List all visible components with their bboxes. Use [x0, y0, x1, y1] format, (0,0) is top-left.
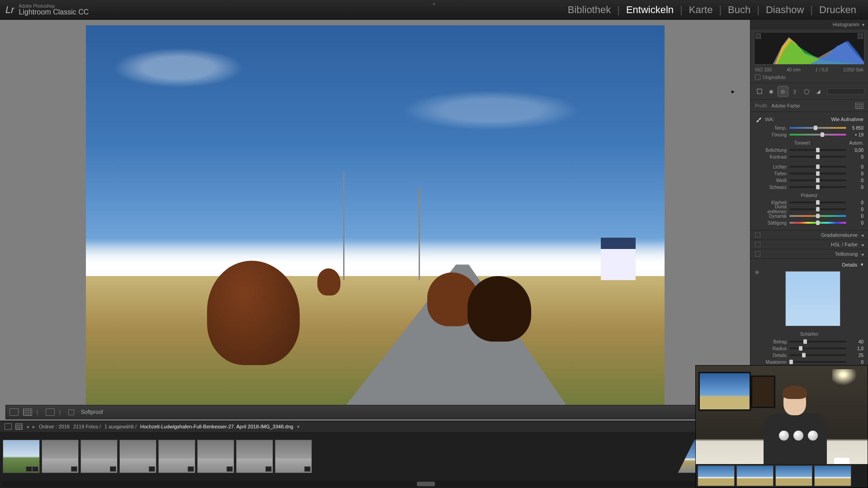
meta-focal: 40 mm: [787, 67, 801, 72]
wb-value[interactable]: Wie Aufnahme: [831, 117, 863, 122]
histogram[interactable]: [754, 32, 864, 65]
thumbnail[interactable]: [80, 440, 118, 473]
loupe-view-icon[interactable]: [9, 408, 19, 416]
splittone-panel-header[interactable]: Teiltonung◂: [750, 249, 868, 259]
scrollbar-thumb[interactable]: [417, 482, 435, 486]
gradient-tool-icon[interactable]: ▯: [789, 86, 800, 97]
contrast-slider[interactable]: Kontrast0: [755, 154, 863, 160]
brush-tool-icon[interactable]: ◢: [813, 86, 824, 97]
tint-slider[interactable]: Tönung + 19: [755, 131, 863, 138]
lightroom-logo-icon: Lr: [5, 4, 14, 16]
crop-tool-icon[interactable]: [754, 86, 765, 97]
dehaze-slider[interactable]: Dunst entfernen0: [755, 206, 863, 212]
original-photo-row[interactable]: Originalfoto: [750, 73, 868, 83]
before-after-tb-icon[interactable]: [46, 408, 55, 416]
module-book[interactable]: Buch: [722, 4, 757, 16]
meta-shutter: 1/250 Sek: [843, 67, 863, 72]
thumbnail[interactable]: [158, 440, 195, 473]
slider-thumb[interactable]: [814, 126, 817, 130]
cursor-icon: ▸: [731, 88, 735, 95]
sharpen-amount-slider[interactable]: Betrag40: [755, 338, 863, 345]
pip-monitor: [698, 372, 751, 411]
filmstrip-path[interactable]: Hochzeit-Ludwigshafen-Full-Benkesser-27.…: [140, 424, 293, 429]
shadows-slider[interactable]: Tiefen0: [755, 170, 863, 177]
detail-panel: Details▾ ⊕ Schärfen Betrag40 Radius1,0 D…: [750, 259, 868, 369]
main-area: ▸ | | Softproof Histogramm ▾: [0, 20, 868, 421]
filmstrip-selected: 1 ausgewählt /: [104, 424, 137, 429]
profile-label: Profil:: [755, 103, 768, 108]
path-dropdown-icon[interactable]: ▾: [297, 424, 300, 430]
detail-panel-header[interactable]: Details▾: [755, 262, 863, 267]
thumbnail[interactable]: [197, 440, 234, 473]
auto-tone-button[interactable]: Autom.: [849, 141, 863, 145]
thumbnail[interactable]: [119, 440, 156, 473]
spot-tool-icon[interactable]: ◉: [766, 86, 777, 97]
module-print[interactable]: Drucken: [813, 4, 863, 16]
toolbar-sep: |: [37, 409, 41, 415]
module-library[interactable]: Bibliothek: [561, 4, 617, 16]
panel-collapse-bottom-icon[interactable]: ▾: [433, 482, 435, 488]
chevron-down-icon: ▾: [862, 22, 864, 27]
blacks-slider[interactable]: Schwarz0: [755, 184, 863, 190]
whites-slider[interactable]: Weiß0: [755, 177, 863, 183]
chevron-down-icon: ▾: [861, 262, 863, 267]
histogram-title: Histogramm: [833, 22, 859, 27]
detail-preview[interactable]: [785, 271, 840, 326]
basic-panel: WA: Wie Aufnahme Temp. 5 850 Tönung + 19…: [750, 112, 868, 230]
thumbnail[interactable]: [236, 440, 273, 473]
tone-head: Tonwert: [755, 141, 849, 145]
brand-name: Lightroom Classic CC: [19, 9, 89, 16]
original-checkbox[interactable]: [755, 75, 760, 80]
exposure-slider[interactable]: Belichtung0,00: [755, 147, 863, 153]
sharpen-radius-slider[interactable]: Radius1,0: [755, 345, 863, 352]
histogram-header[interactable]: Histogramm ▾: [750, 20, 868, 29]
nav-back-icon[interactable]: ◂: [26, 424, 29, 430]
nav-fwd-icon[interactable]: ▸: [33, 424, 35, 430]
thumbnail[interactable]: [698, 465, 735, 486]
detail-target-icon[interactable]: ⊕: [755, 269, 759, 275]
thumbnail[interactable]: [3, 440, 40, 473]
temp-slider[interactable]: Temp. 5 850: [755, 125, 863, 131]
second-window-icon[interactable]: [5, 423, 12, 430]
right-panel: Histogramm ▾ ISO 100 40 mm ƒ / 5,0 1/250…: [750, 20, 868, 421]
pip-filmstrip: [696, 464, 868, 488]
webcam-overlay: [695, 365, 868, 488]
softproof-label: Softproof: [81, 409, 103, 415]
tonecurve-panel-header[interactable]: Gradationskurve◂: [750, 230, 868, 240]
local-tools: ◉ ◎ ▯ ◯ ◢: [750, 83, 868, 100]
pip-person: [759, 387, 827, 469]
histogram-meta: ISO 100 40 mm ƒ / 5,0 1/250 Sek: [750, 66, 868, 73]
tool-options-expand[interactable]: [827, 88, 864, 94]
meta-iso: ISO 100: [755, 67, 772, 72]
thumb-badge-icon: [32, 466, 38, 472]
module-map[interactable]: Karte: [683, 4, 719, 16]
thumbnail[interactable]: [42, 440, 79, 473]
before-after-lr-icon[interactable]: [23, 408, 32, 416]
wb-eyedropper-icon[interactable]: [755, 116, 762, 123]
profile-row: Profil: Adobe Farbe: [750, 100, 868, 112]
sharpen-masking-slider[interactable]: Maskieren0: [755, 359, 863, 365]
original-label: Originalfoto: [763, 75, 786, 80]
redeye-tool-icon[interactable]: ◎: [778, 86, 788, 97]
module-slideshow[interactable]: Diashow: [760, 4, 810, 16]
profile-browser-icon[interactable]: [855, 103, 863, 109]
profile-value[interactable]: Adobe Farbe: [771, 103, 800, 108]
histogram-graph: [755, 33, 864, 65]
grid-view-icon[interactable]: [15, 423, 23, 430]
panel-switch-icon[interactable]: [755, 232, 760, 238]
loupe-toolbar: | | Softproof: [5, 405, 745, 419]
saturation-slider[interactable]: Sättigung0: [755, 220, 863, 226]
highlights-slider[interactable]: Lichter0: [755, 164, 863, 170]
top-bar: Lr Adobe Photoshop Lightroom Classic CC …: [0, 0, 868, 20]
photo-canvas[interactable]: [86, 25, 665, 411]
sharpen-detail-slider[interactable]: Details25: [755, 352, 863, 358]
radial-tool-icon[interactable]: ◯: [801, 86, 812, 97]
filmstrip-folder[interactable]: Ordner : 2018: [39, 424, 70, 429]
module-develop[interactable]: Entwickeln: [620, 4, 680, 16]
panel-collapse-top-icon[interactable]: ▴: [433, 0, 435, 6]
vibrance-slider[interactable]: Dynamik0: [755, 213, 863, 219]
softproof-checkbox[interactable]: [68, 409, 74, 415]
thumbnail[interactable]: [275, 440, 312, 473]
hsl-panel-header[interactable]: HSL / Farbe◂: [750, 240, 868, 249]
sharpen-head: Schärfen: [755, 332, 863, 337]
